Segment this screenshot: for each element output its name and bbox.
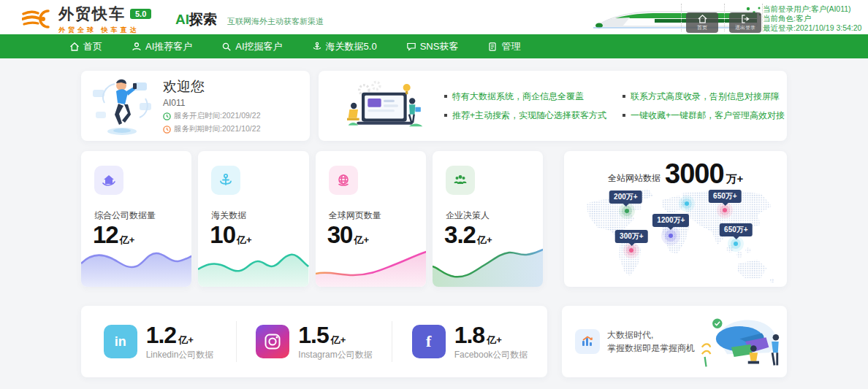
social-label: Linkedin公司数据 — [146, 349, 214, 361]
product-title-rest: 探索 — [189, 10, 217, 29]
facebook-glyph: f — [426, 332, 431, 351]
nav-item-home[interactable]: 首页 — [69, 40, 102, 53]
search-icon — [221, 42, 232, 52]
stat-card-customs-data: 海关数据 10亿+ — [198, 151, 308, 287]
clock-end-icon — [163, 126, 171, 134]
header: 外贸快车 5.0 外贸全球 快车直达 AI 探索 互联网海外主动获客新渠道 — [0, 0, 868, 34]
world-map: 200万+ 650万+ 1200万+ 300万+ 650万+ — [571, 188, 783, 284]
stat-label: 全球网页数量 — [329, 209, 381, 222]
sparkline-green — [433, 244, 543, 287]
logo-wings-icon — [22, 8, 53, 30]
linkedin-stat: in 1.2亿+ Linkedin公司数据 — [81, 322, 236, 361]
product-title-ai: AI — [175, 12, 189, 28]
logout-button[interactable]: 退出登录 — [729, 12, 761, 33]
facebook-icon: f — [412, 325, 446, 358]
logo: 外贸快车 5.0 外贸全球 快车直达 — [22, 4, 151, 35]
nav-item-label: SNS获客 — [420, 40, 459, 53]
instagram-icon — [256, 325, 289, 358]
map-marker-label: 200万+ — [609, 190, 642, 204]
stat-card-company-data: 综合公司数据量 12亿+ — [81, 151, 191, 287]
features-illustration — [343, 75, 424, 136]
chat-icon — [406, 42, 416, 52]
feature-bullet: 联系方式高度收录，告别信息对接屏障 — [623, 87, 787, 106]
header-separator — [724, 4, 725, 31]
map-marker-label: 1200万+ — [652, 214, 689, 227]
map-dot-north-asia — [723, 208, 727, 212]
logo-title: 外贸快车 — [58, 4, 126, 24]
service-start-line: 服务开启时间:2021/09/22 — [163, 111, 260, 121]
sparkline-pink — [316, 244, 426, 287]
map-dot-south-america — [629, 248, 633, 253]
social-unit: 亿+ — [178, 334, 194, 347]
nav-item-sns[interactable]: SNS获客 — [406, 40, 459, 53]
nav-item-ai-recommend[interactable]: AI推荐客户 — [132, 40, 192, 53]
content: 欢迎您 AI011 服务开启时间:2021/09/22 服务到期时间:2021/… — [81, 58, 787, 377]
welcome-greeting: 欢迎您 — [163, 77, 260, 96]
linkedin-glyph: in — [115, 334, 126, 350]
bullet-text: 联系方式高度收录，告别信息对接屏障 — [631, 87, 780, 106]
people-group-icon — [446, 166, 475, 195]
bullet-text: 一键收藏+一键群邮，客户管理高效对接 — [631, 106, 785, 125]
logout-button-label: 退出登录 — [735, 24, 755, 31]
social-unit: 亿+ — [331, 334, 346, 347]
person-icon — [132, 42, 142, 52]
service-end-line: 服务到期时间:2021/10/22 — [163, 124, 260, 134]
social-stats-card: in 1.2亿+ Linkedin公司数据 1.5亿+ Instagram公司数… — [81, 306, 547, 377]
building-icon — [94, 166, 123, 195]
page: 外贸快车 5.0 外贸全球 快车直达 AI 探索 互联网海外主动获客新渠道 — [0, 0, 868, 389]
bullet-square — [444, 95, 447, 98]
bigdata-illustration — [699, 311, 787, 372]
home-button-label: 首页 — [697, 24, 707, 31]
feature-bullet: 特有大数据系统，商企信息全覆盖 — [444, 87, 606, 106]
logo-text: 外贸快车 5.0 外贸全球 快车直达 — [58, 4, 151, 35]
home-button[interactable]: 首页 — [686, 12, 718, 33]
sparkline-teal — [198, 244, 308, 287]
logout-icon — [741, 15, 750, 23]
user-info-last-login: 最近登录:2021/10/19 3:54:20 — [763, 23, 865, 33]
map-card: 全站网站数据 3000 万+ — [564, 151, 787, 287]
facebook-stat: f 1.8亿+ Facebook公司数据 — [392, 322, 547, 361]
bullet-text: 推荐+主动搜索，实现随心选择获客方式 — [452, 106, 606, 125]
nav-item-label: 首页 — [83, 40, 102, 53]
user-info-current-user: 当前登录用户:客户(AI011) — [763, 4, 865, 14]
social-label: Instagram公司数据 — [298, 349, 372, 361]
clock-start-icon — [163, 112, 171, 120]
map-title-label: 全站网站数据 — [608, 172, 660, 185]
bullet-square — [444, 114, 447, 117]
welcome-illustration — [88, 74, 156, 138]
nav-item-customs-data[interactable]: 海关数据5.0 — [312, 40, 377, 53]
bigdata-card: 大数据时代, 掌握数据即是掌握商机 — [562, 306, 787, 377]
anchor-icon — [312, 42, 322, 52]
map-marker-label: 650万+ — [720, 223, 753, 236]
service-end-text: 服务到期时间:2021/10/22 — [174, 124, 260, 134]
bullet-text: 特有大数据系统，商企信息全覆盖 — [452, 87, 584, 106]
map-title-value: 3000 — [665, 158, 724, 190]
logo-tagline: 外贸全球 快车直达 — [58, 26, 151, 35]
bullet-square — [623, 114, 625, 117]
nav-item-label: 海关数据5.0 — [326, 40, 377, 53]
feature-bullets-left: 特有大数据系统，商企信息全覆盖 推荐+主动搜索，实现随心选择获客方式 — [444, 87, 606, 125]
logo-version-badge: 5.0 — [130, 9, 151, 19]
header-separator — [681, 4, 682, 31]
stat-label: 海关数据 — [211, 209, 246, 222]
linkedin-icon: in — [104, 325, 137, 358]
instagram-stat: 1.5亿+ Instagram公司数据 — [237, 322, 392, 361]
nav-item-label: 管理 — [501, 40, 520, 53]
welcome-card: 欢迎您 AI011 服务开启时间:2021/09/22 服务到期时间:2021/… — [81, 71, 310, 141]
feature-bullet: 推荐+主动搜索，实现随心选择获客方式 — [444, 106, 606, 125]
home-icon — [698, 15, 707, 23]
document-icon — [487, 42, 498, 52]
globe-icon — [329, 166, 358, 195]
features-card: 特有大数据系统，商企信息全覆盖 推荐+主动搜索，实现随心选择获客方式 联系方式高… — [319, 71, 787, 141]
nav-item-label: AI推荐客户 — [145, 40, 192, 53]
bar-chart-icon — [575, 329, 600, 354]
map-title-unit: 万+ — [726, 172, 744, 186]
stat-card-decision-makers: 企业决策人 3.2亿+ — [433, 151, 543, 287]
product-subtitle: 互联网海外主动获客新渠道 — [227, 16, 324, 27]
nav-item-ai-mining[interactable]: AI挖掘客户 — [221, 40, 282, 53]
nav-item-admin[interactable]: 管理 — [487, 40, 520, 53]
bigdata-text: 大数据时代, 掌握数据即是掌握商机 — [607, 328, 698, 355]
map-marker-label: 650万+ — [709, 190, 742, 203]
welcome-username: AI011 — [163, 98, 260, 108]
social-value: 1.2 — [146, 322, 176, 349]
